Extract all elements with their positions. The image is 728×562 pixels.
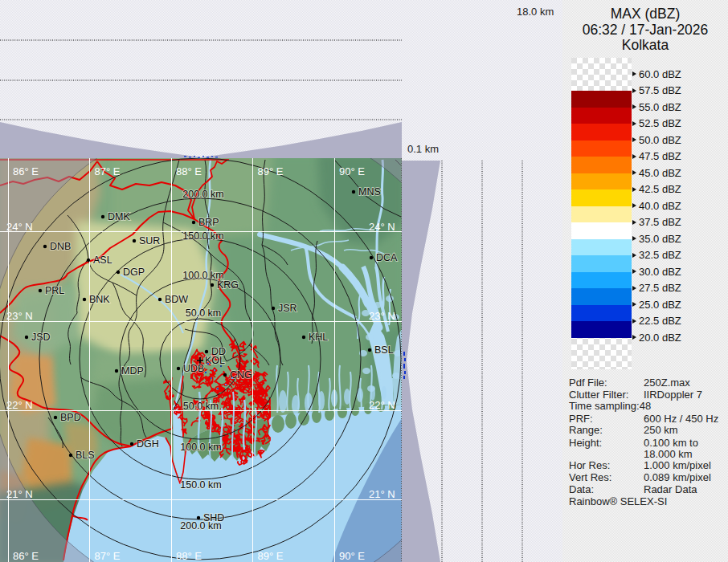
svg-text:SUR: SUR: [139, 235, 160, 246]
svg-text:22° N: 22° N: [369, 399, 395, 411]
svg-text:88° E: 88° E: [176, 550, 202, 562]
svg-text:BLS: BLS: [76, 450, 95, 461]
svg-text:90° E: 90° E: [339, 550, 365, 562]
svg-text:50.0 km: 50.0 km: [186, 307, 221, 319]
svg-text:BNK: BNK: [89, 294, 110, 305]
svg-text:21° N: 21° N: [369, 488, 395, 500]
svg-text:87° E: 87° E: [95, 550, 121, 562]
svg-text:88° E: 88° E: [176, 165, 202, 177]
svg-text:87° E: 87° E: [95, 165, 121, 177]
svg-text:86° E: 86° E: [13, 550, 39, 562]
svg-text:89° E: 89° E: [258, 550, 284, 562]
svg-text:MNS: MNS: [358, 186, 381, 198]
svg-text:86° E: 86° E: [13, 165, 39, 177]
svg-text:150.0 km: 150.0 km: [180, 479, 221, 491]
svg-text:KHL: KHL: [309, 332, 328, 343]
svg-text:BRP: BRP: [198, 217, 219, 228]
svg-text:150.0 km: 150.0 km: [182, 230, 223, 242]
svg-text:UDB: UDB: [183, 363, 204, 374]
svg-text:DGH: DGH: [137, 438, 159, 450]
svg-text:22° N: 22° N: [6, 399, 33, 411]
svg-text:SHD: SHD: [203, 512, 224, 523]
svg-text:DNB: DNB: [50, 241, 71, 252]
svg-text:DCA: DCA: [376, 252, 398, 263]
svg-text:JSR: JSR: [278, 303, 297, 314]
svg-text:BDW: BDW: [165, 294, 188, 305]
svg-text:23° N: 23° N: [6, 310, 33, 322]
svg-text:ASL: ASL: [93, 255, 112, 266]
svg-text:50.0 km: 50.0 km: [183, 401, 219, 412]
svg-text:DMK: DMK: [108, 211, 130, 222]
svg-text:DGP: DGP: [123, 267, 145, 278]
svg-text:KRG: KRG: [217, 279, 239, 291]
svg-text:200.0 km: 200.0 km: [182, 189, 223, 200]
svg-text:CNG: CNG: [230, 369, 252, 381]
svg-text:BSL: BSL: [374, 344, 394, 356]
svg-text:18.0 km: 18.0 km: [517, 6, 554, 18]
svg-text:MDP: MDP: [121, 365, 144, 377]
svg-text:24° N: 24° N: [6, 221, 33, 233]
svg-text:100.0 km: 100.0 km: [180, 442, 221, 453]
svg-text:0.1 km: 0.1 km: [407, 143, 439, 155]
svg-text:JSD: JSD: [31, 332, 51, 343]
svg-text:89° E: 89° E: [258, 165, 284, 177]
svg-text:90° E: 90° E: [339, 165, 365, 177]
svg-text:PRL: PRL: [45, 285, 64, 296]
svg-text:BPD: BPD: [60, 412, 81, 423]
svg-text:23° N: 23° N: [369, 310, 395, 322]
svg-text:21° N: 21° N: [6, 488, 33, 500]
svg-text:24° N: 24° N: [369, 221, 395, 233]
